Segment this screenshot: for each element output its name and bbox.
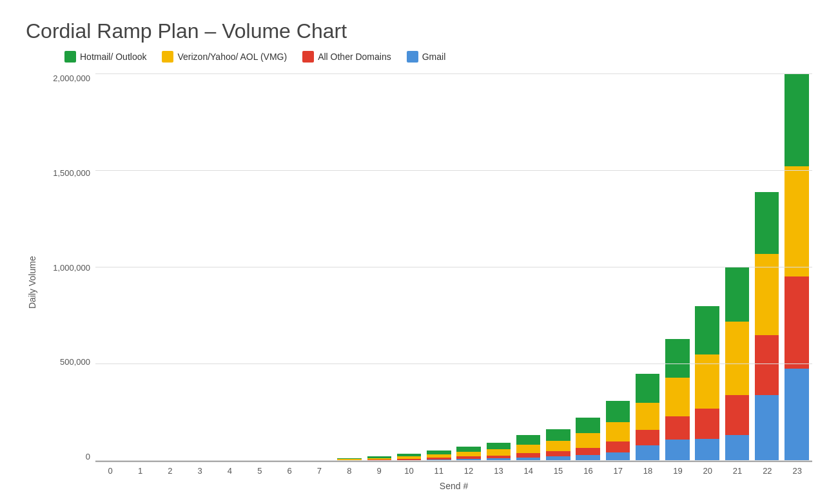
bar-group [276, 74, 304, 461]
bar-segment-hotmail [487, 443, 511, 450]
bar-group [574, 74, 602, 461]
bar-segment-hotmail [606, 401, 630, 422]
bar-segment-verizon [576, 433, 600, 448]
x-tick-label: 12 [454, 462, 483, 476]
bar-group [544, 74, 572, 461]
grid-line [95, 73, 812, 74]
bar-segment-gmail [665, 440, 690, 461]
y-tick-label: 2,000,000 [44, 74, 95, 82]
x-tick-label: 23 [783, 462, 812, 476]
chart-legend: Hotmail/ OutlookVerizon/Yahoo/ AOL (VMG)… [26, 51, 812, 63]
bar-segment-other [755, 335, 779, 395]
bar-segment-verizon [606, 422, 630, 441]
bar-segment-hotmail [546, 429, 570, 441]
legend-swatch-verizon [162, 51, 173, 63]
x-tick-label: 7 [304, 462, 334, 476]
bar-group [484, 74, 512, 461]
bar-group [723, 74, 751, 461]
x-tick-label: 2 [155, 462, 185, 476]
grid-line [95, 363, 812, 364]
bar-segment-verizon [487, 449, 511, 456]
bar-group [634, 74, 662, 461]
grid-and-bars: 0500,0001,000,0001,500,0002,000,000 [44, 74, 812, 462]
plot-area [95, 74, 812, 462]
x-tick-label: 1 [125, 462, 155, 476]
bar-group [693, 74, 721, 461]
bar-segment-verizon [516, 445, 541, 454]
bar-segment-hotmail [784, 74, 809, 166]
y-tick-label: 1,000,000 [44, 264, 95, 272]
bar-segment-hotmail [456, 447, 481, 452]
x-tick-label: 14 [514, 462, 543, 476]
bar-group [753, 74, 781, 461]
x-tick-label: 19 [663, 462, 692, 476]
legend-swatch-hotmail [64, 51, 76, 63]
bar-group [216, 74, 244, 461]
bar-segment-other [784, 276, 809, 369]
x-tick-label: 4 [215, 462, 244, 476]
bar-segment-other [516, 453, 541, 458]
bar-segment-other [695, 409, 719, 439]
x-tick-label: 20 [693, 462, 723, 476]
x-tick-label: 3 [185, 462, 215, 476]
bar-segment-verizon [695, 354, 719, 409]
bar-group [157, 74, 185, 461]
bar-segment-hotmail [636, 374, 660, 403]
bar-segment-other [576, 448, 600, 455]
bar-segment-other [546, 451, 570, 456]
bar-segment-hotmail [695, 306, 719, 354]
bar-segment-verizon [725, 322, 750, 395]
x-tick-label: 6 [275, 462, 304, 476]
legend-label-gmail: Gmail [422, 52, 446, 62]
bar-segment-verizon [755, 254, 779, 335]
legend-label-hotmail: Hotmail/ Outlook [80, 52, 146, 62]
x-tick-label: 16 [573, 462, 603, 476]
bar-group [783, 74, 811, 461]
bar-segment-other [725, 395, 750, 435]
bar-group [454, 74, 483, 461]
x-tick-label: 9 [364, 462, 394, 476]
bar-segment-gmail [755, 395, 779, 461]
y-tick-label: 500,000 [44, 358, 95, 366]
legend-item-gmail: Gmail [407, 51, 446, 63]
bar-segment-gmail [784, 369, 809, 461]
bar-group [603, 74, 632, 461]
bar-group [126, 74, 155, 461]
x-tick-label: 15 [543, 462, 573, 476]
x-tick-label: 18 [633, 462, 663, 476]
bar-segment-gmail [695, 439, 719, 461]
grid-line [95, 170, 812, 171]
x-tick-label: 5 [245, 462, 275, 476]
bar-group [186, 74, 215, 461]
bar-segment-verizon [784, 166, 809, 276]
bar-group [335, 74, 364, 461]
x-tick-label: 17 [603, 462, 633, 476]
bar-segment-hotmail [725, 267, 750, 322]
legend-swatch-other [302, 51, 314, 63]
x-tick-label: 22 [752, 462, 782, 476]
x-tick-label: 13 [483, 462, 513, 476]
bar-segment-hotmail [516, 435, 541, 445]
bar-segment-other [606, 441, 630, 452]
y-tick-label: 1,500,000 [44, 169, 95, 177]
legend-item-verizon: Verizon/Yahoo/ AOL (VMG) [162, 51, 287, 63]
legend-label-verizon: Verizon/Yahoo/ AOL (VMG) [177, 52, 287, 62]
bar-group [514, 74, 543, 461]
x-tick-label: 21 [723, 462, 752, 476]
bar-group [246, 74, 274, 461]
chart-inner: 0500,0001,000,0001,500,0002,000,000 0123… [44, 74, 812, 491]
bar-segment-hotmail [576, 418, 600, 433]
y-tick-label: 0 [44, 452, 95, 461]
grid-line [95, 267, 812, 267]
grid-line [95, 460, 812, 461]
chart-title: Cordial Ramp Plan – Volume Chart [26, 19, 812, 43]
bar-group [306, 74, 334, 461]
bar-segment-gmail [636, 445, 660, 461]
bar-segment-gmail [606, 452, 630, 461]
legend-label-other: All Other Domains [318, 52, 391, 62]
x-tick-label: 11 [424, 462, 454, 476]
x-axis: 01234567891011121314151617181920212223 [44, 462, 812, 476]
bar-segment-verizon [665, 378, 690, 416]
legend-swatch-gmail [407, 51, 418, 63]
bar-group [395, 74, 424, 461]
